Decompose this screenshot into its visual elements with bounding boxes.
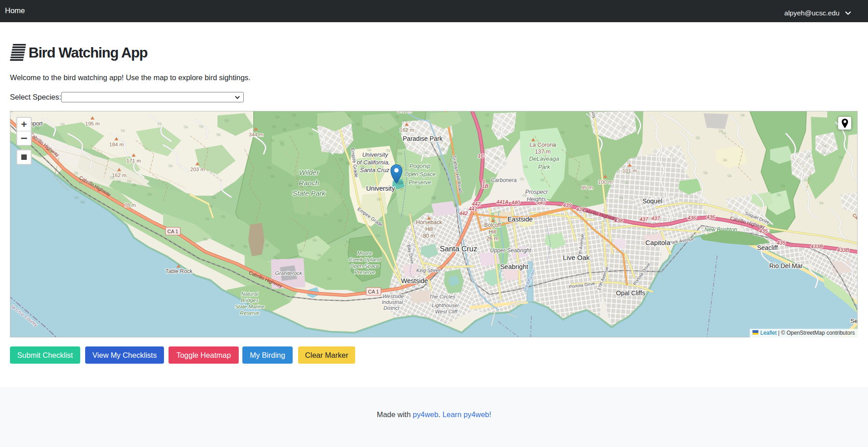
svg-text:433B: 433B (811, 244, 823, 249)
svg-text:Heights: Heights (527, 196, 546, 202)
svg-text:CA 1: CA 1 (168, 229, 178, 234)
svg-text:101 m: 101 m (622, 168, 637, 173)
svg-text:437: 437 (639, 216, 648, 222)
svg-text:Hill: Hill (425, 226, 433, 232)
svg-text:Industrial: Industrial (382, 299, 403, 305)
svg-text:26 m: 26 m (487, 236, 499, 242)
svg-text:Creek Upland: Creek Upland (349, 257, 381, 262)
svg-text:80 m: 80 m (423, 233, 435, 239)
svg-text:DeLaveaga: DeLaveaga (529, 155, 559, 162)
svg-text:nport: nport (30, 120, 43, 127)
svg-text:University: University (362, 151, 389, 158)
svg-text:Open Space: Open Space (404, 171, 436, 178)
svg-text:78 m: 78 m (124, 202, 136, 208)
svg-text:435: 435 (776, 240, 786, 245)
svg-text:Horseback: Horseback (416, 219, 442, 226)
svg-text:Reserve: Reserve (240, 310, 260, 316)
svg-text:Eastside: Eastside (507, 216, 533, 223)
svg-text:CA 1: CA 1 (368, 289, 379, 294)
svg-text:441A: 441A (497, 199, 509, 205)
svg-text:Graniterock: Graniterock (275, 270, 303, 276)
svg-text:Park: Park (538, 163, 551, 170)
svg-text:of California,: of California, (357, 159, 390, 166)
svg-text:Open Space: Open Space (350, 263, 379, 269)
svg-text:441: 441 (468, 206, 477, 211)
svg-text:Paradise Park: Paradise Park (403, 135, 443, 142)
svg-text:95 m: 95 m (581, 185, 593, 190)
svg-text:Upper Seabright: Upper Seabright (490, 247, 531, 254)
svg-text:State Park: State Park (293, 189, 326, 197)
svg-text:Soquel: Soquel (642, 197, 662, 205)
svg-text:Santa Cruz: Santa Cruz (440, 245, 477, 253)
svg-text:184 m: 184 m (109, 142, 124, 147)
svg-text:436: 436 (687, 215, 696, 221)
svg-text:344 m: 344 m (249, 132, 263, 137)
svg-text:433B: 433B (837, 247, 849, 253)
svg-text:Sea: Sea (850, 317, 858, 324)
svg-text:Preserve: Preserve (354, 269, 375, 275)
svg-text:Live Oak: Live Oak (563, 254, 590, 261)
svg-text:Bridges: Bridges (241, 298, 259, 303)
svg-text:Westside: Westside (401, 277, 428, 284)
svg-text:162 m: 162 m (400, 127, 414, 133)
svg-text:West Cliff: West Cliff (435, 309, 458, 314)
svg-text:Bolcoff: Bolcoff (484, 222, 501, 228)
svg-text:Table Rock: Table Rock (165, 268, 193, 274)
svg-text:Preserve: Preserve (409, 179, 431, 186)
svg-text:The Circles: The Circles (429, 294, 455, 299)
svg-text:Westside: Westside (382, 293, 404, 299)
svg-text:Opal Cliffs: Opal Cliffs (616, 289, 645, 297)
svg-text:State Marine: State Marine (235, 304, 264, 309)
svg-text:440: 440 (511, 200, 520, 205)
svg-text:436: 436 (706, 214, 715, 220)
svg-text:Seacliff: Seacliff (757, 244, 778, 251)
svg-text:Capitola: Capitola (645, 239, 670, 246)
svg-text:Hill: Hill (489, 229, 497, 235)
svg-text:Prospect: Prospect (525, 189, 548, 195)
svg-text:1C: 1C (478, 153, 485, 159)
svg-text:King Street: King Street (416, 268, 440, 273)
svg-text:Lighthouse/: Lighthouse/ (432, 303, 459, 308)
svg-text:Moore: Moore (357, 250, 372, 256)
svg-text:Pogonip: Pogonip (410, 163, 430, 169)
svg-text:District: District (383, 305, 400, 311)
svg-text:195 m: 195 m (85, 121, 100, 126)
svg-text:Rio Del Mar: Rio Del Mar (769, 262, 803, 269)
svg-text:Seabright: Seabright (500, 263, 528, 270)
svg-text:203 m: 203 m (190, 167, 205, 172)
svg-text:Natural: Natural (241, 291, 258, 297)
svg-text:Santa Cruz: Santa Cruz (360, 167, 390, 173)
svg-text:439: 439 (563, 202, 572, 208)
svg-text:100 m: 100 m (598, 179, 612, 185)
svg-text:Ranch: Ranch (299, 179, 319, 187)
svg-text:Carbonera: Carbonera (491, 177, 517, 183)
svg-text:442: 442 (459, 211, 468, 216)
svg-text:Wilder: Wilder (299, 168, 319, 176)
svg-text:1B: 1B (482, 183, 488, 189)
svg-text:171 m: 171 m (126, 158, 141, 163)
svg-text:437: 437 (651, 216, 660, 221)
svg-text:137 m: 137 m (535, 149, 551, 155)
svg-text:La Corona: La Corona (530, 142, 556, 148)
svg-text:371 m: 371 m (397, 111, 412, 114)
svg-text:University: University (366, 185, 395, 192)
